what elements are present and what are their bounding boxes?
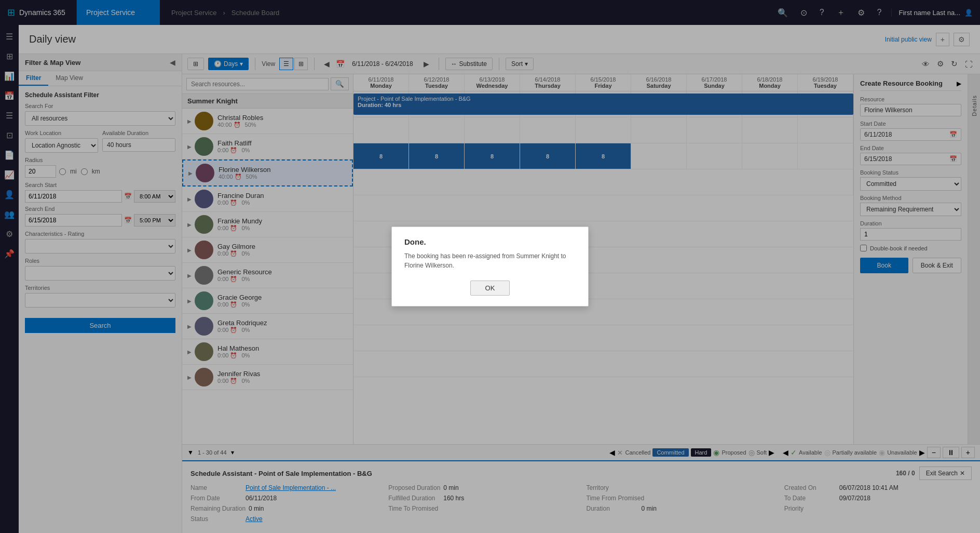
modal-ok-btn[interactable]: OK	[470, 281, 510, 296]
modal-box: Done. The booking has been re-assigned f…	[391, 226, 589, 307]
modal-actions: OK	[404, 281, 576, 296]
modal-title: Done.	[404, 237, 576, 246]
modal-overlay: Done. The booking has been re-assigned f…	[0, 0, 980, 533]
modal-message: The booking has been re-assigned from Su…	[404, 251, 576, 270]
